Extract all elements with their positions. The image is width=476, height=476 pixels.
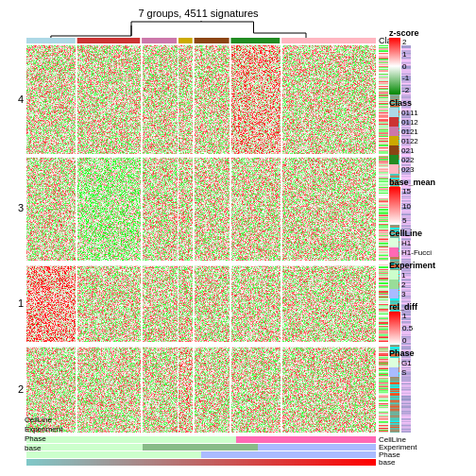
basemean-legend: base_mean 15 10 5 [389,178,474,225]
reldiff-title: rel_diff [389,302,474,312]
phase-bar-label: Phase [25,434,62,444]
experiment-title: Experiment [389,261,474,270]
experiment-legend: Experiment 1 2 3 [389,261,474,298]
base-bar-label: base [25,444,62,453]
legend-panel: z-score 2 1 0 -1 [389,28,474,377]
cellline-bar-label: CellLine [25,416,62,425]
class-legend: Class 0111 0112 0121 0122 021 022 023 [389,98,474,174]
svg-rect-2 [389,312,400,345]
cellline-legend: CellLine H1 H1-Fucci [389,229,474,257]
svg-rect-0 [389,38,400,94]
zscore-labels: 2 1 0 -1 -2 [402,38,409,94]
main-container: z-score 2 1 0 -1 [0,0,476,476]
phase-legend: Phase G1 S [389,348,474,377]
experiment-bar-label: Experiment [25,425,62,434]
zscore-title: z-score [389,28,474,38]
basemean-labels: 15 10 5 [402,187,411,225]
cellline-title: CellLine [389,229,474,238]
svg-rect-1 [389,187,400,225]
zscore-gradient [389,38,400,94]
basemean-gradient [389,187,400,225]
zscore-legend: z-score 2 1 0 -1 [389,28,474,94]
phase-title: Phase [389,348,474,358]
reldiff-legend: rel_diff 1 0.5 0 [389,302,474,345]
bottom-labels: CellLine Experiment Phase base [25,416,62,453]
basemean-title: base_mean [389,178,474,187]
class-legend-title: Class [389,98,474,108]
reldiff-labels: 1 0.5 0 [402,312,413,345]
reldiff-gradient [389,312,400,345]
